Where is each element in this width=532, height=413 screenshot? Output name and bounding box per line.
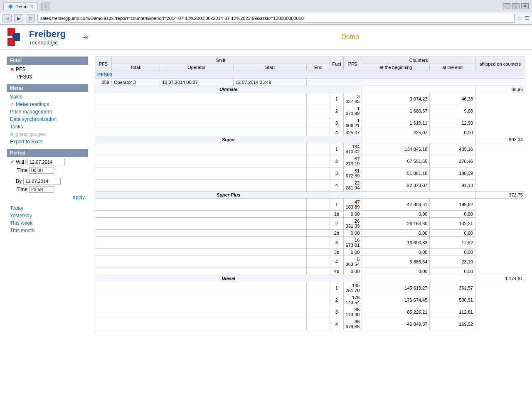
chrome-menu-button[interactable]: ☰: [525, 15, 530, 21]
row-spacer-2-2: [95, 218, 307, 230]
period-by-row: By: [7, 177, 88, 185]
sidebar-item-tanks[interactable]: Tanks: [7, 123, 88, 130]
fuel-name-2: Super Plus: [95, 192, 362, 199]
row-fuel-0-2: [307, 117, 330, 129]
table-row: 1 145 251,70 145 613,27 361,57: [95, 282, 525, 294]
row-spacer-0-2: [95, 117, 307, 129]
row-shipped-1-3: 91,13: [430, 179, 475, 192]
row-shipped-2-7: 0,00: [430, 268, 475, 275]
row-beginning-2-7: 0,00: [343, 268, 362, 275]
tab-close-button[interactable]: ✕: [30, 4, 33, 9]
filter-pfs-label: PFS: [16, 66, 25, 72]
new-tab-button[interactable]: +: [41, 2, 50, 11]
sidebar: Filter ✕ PFS PFS03 Menu Sales ✓ Meter re…: [7, 57, 88, 330]
logo-name: Freiberg: [29, 29, 66, 39]
row-spacer-0-1: [95, 105, 307, 117]
row-fuel-0-3: [307, 129, 330, 136]
op-end: 12.07.2014 23:49: [233, 79, 307, 86]
row-pump-1-2: 3: [330, 167, 343, 179]
period-with-time-row: With Time: [7, 166, 88, 175]
col-shift: Shift: [112, 57, 330, 64]
row-beginning-0-3: 425,07: [343, 129, 362, 136]
quick-link-thismonth[interactable]: This month: [7, 227, 88, 234]
row-shipped-0-3: 0,00: [430, 129, 475, 136]
period-section-header: Period: [7, 149, 88, 157]
browser-titlebar: 🔷 Demo ✕ + _ □ ✕: [0, 0, 532, 12]
fuel-name-3: Diesel: [95, 275, 362, 282]
row-spacer-1-1: [95, 155, 307, 167]
fuel-header-3: Diesel 1 174,81: [95, 275, 525, 282]
app-header: Freiberg Technologie ⇥ Demo: [0, 25, 532, 50]
bookmark-button[interactable]: ☆: [517, 15, 522, 22]
table-row: 2 176 143,54 176 674,45 530,91: [95, 294, 525, 306]
row-beginning-2-1: 0,00: [343, 211, 362, 218]
fuel-empty-2: [362, 192, 475, 199]
row-end-2-4: 16 690,83: [362, 237, 430, 249]
apply-button[interactable]: apply: [7, 194, 88, 201]
row-shipped-0-1: 9,68: [430, 105, 475, 117]
period-by-date[interactable]: [23, 178, 61, 184]
table-row: 3 1 606,21 1 619,11 12,90: [95, 117, 525, 129]
quick-link-yesterday[interactable]: Yesterday: [7, 212, 88, 219]
window-controls: _ □ ✕: [503, 3, 529, 9]
quick-link-today[interactable]: Today: [7, 204, 88, 212]
data-table: PFS Shift Fuel PFS Counters shipped on c…: [95, 57, 525, 330]
row-beginning-0-0: 3 027,85: [343, 93, 362, 105]
table-row: 3 16 673,01 16 690,83 17,82: [95, 237, 525, 249]
row-beginning-2-0: 47 183,89: [343, 199, 362, 211]
address-bar[interactable]: [37, 14, 515, 23]
fuel-empty-0: [362, 86, 475, 93]
row-end-1-2: 51 861,18: [362, 167, 430, 179]
row-pump-2-2: 2: [330, 218, 343, 230]
main-layout: Filter ✕ PFS PFS03 Menu Sales ✓ Meter re…: [0, 50, 532, 337]
sidebar-item-datasync[interactable]: Data synchronization: [7, 116, 88, 123]
period-with-label: With: [16, 159, 26, 165]
browser-tab[interactable]: 🔷 Demo ✕: [3, 2, 38, 10]
row-beginning-0-2: 1 606,21: [343, 117, 362, 129]
period-by-time[interactable]: [29, 186, 54, 193]
row-fuel-1-3: [307, 179, 330, 192]
minimize-button[interactable]: _: [503, 3, 510, 9]
refresh-button[interactable]: ↻: [26, 14, 35, 22]
row-beginning-2-3: 0,00: [343, 230, 362, 237]
sidebar-item-sales[interactable]: Sales: [7, 93, 88, 101]
row-spacer-1-2: [95, 167, 307, 179]
row-end-2-3: 0,00: [362, 230, 430, 237]
sidebar-item-meter[interactable]: ✓ Meter readings: [7, 101, 88, 108]
quick-link-thisweek[interactable]: This week: [7, 219, 88, 227]
login-icon[interactable]: ⇥: [82, 33, 88, 41]
row-fuel-1-1: [307, 155, 330, 167]
sidebar-item-export[interactable]: Export to Excel: [7, 138, 88, 145]
row-fuel-2-4: [307, 237, 330, 249]
maximize-button[interactable]: □: [512, 3, 520, 9]
row-pump-2-4: 3: [330, 237, 343, 249]
close-button[interactable]: ✕: [521, 3, 529, 9]
fuel-total-3: 1 174,81: [475, 275, 525, 282]
row-fuel-2-2: [307, 218, 330, 230]
period-with-time[interactable]: [29, 167, 54, 174]
op-operator: Operator 3: [112, 79, 160, 86]
row-pump-0-0: 1: [330, 93, 343, 105]
pfs-remove-icon[interactable]: ✕: [10, 66, 14, 72]
row-fuel-3-3: [307, 318, 330, 330]
table-row: 1b 0,00 0,00 0,00: [95, 211, 525, 218]
table-row: 3 51 672,59 51 861,18 188,59: [95, 167, 525, 179]
row-pump-2-0: 1: [330, 199, 343, 211]
svg-rect-2: [12, 33, 20, 41]
logo-icon: [7, 27, 26, 47]
row-beginning-0-1: 1 670,99: [343, 105, 362, 117]
row-end-1-1: 67 551,65: [362, 155, 430, 167]
sidebar-item-price[interactable]: Price management: [7, 108, 88, 116]
row-pump-3-0: 1: [330, 282, 343, 294]
forward-button[interactable]: ▶: [14, 14, 23, 22]
row-spacer-2-5: [95, 249, 307, 256]
row-pump-1-3: 4: [330, 179, 343, 192]
back-button[interactable]: ◀: [2, 14, 12, 22]
fuel-header-0: Ultimate 68,96: [95, 86, 525, 93]
period-with-date[interactable]: [27, 159, 65, 165]
col-shift-start: Start: [233, 64, 307, 71]
col-at-beginning: at the beginning: [362, 64, 430, 71]
table-row: 1 47 183,89 47 383,51 199,62: [95, 199, 525, 211]
row-spacer-3-2: [95, 306, 307, 318]
row-beginning-2-5: 0,00: [343, 249, 362, 256]
